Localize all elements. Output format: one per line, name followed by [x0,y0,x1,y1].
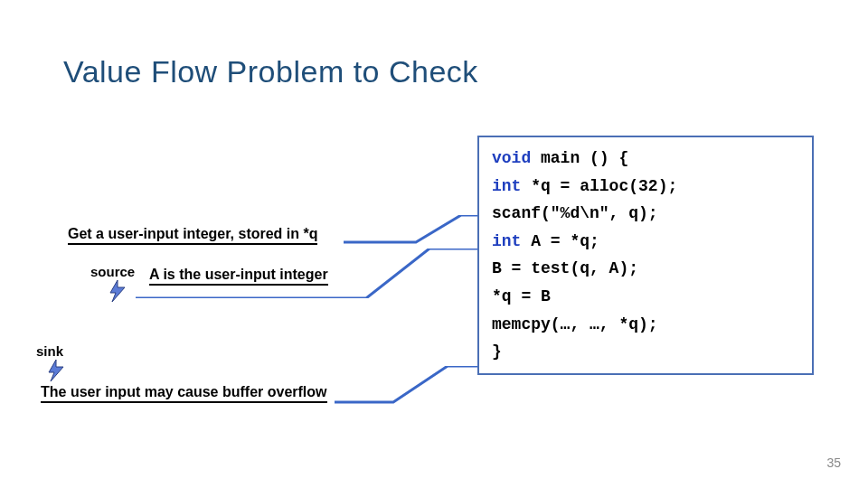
annotation-scanf-text: Get a user-input integer, stored in *q [68,226,317,245]
svg-marker-0 [110,280,125,302]
page-number: 35 [826,455,841,470]
code-line: *q = B [492,283,799,311]
annotation-scanf: Get a user-input integer, stored in *q [68,226,317,245]
code-text: } [492,343,502,361]
lightning-icon [107,280,128,302]
code-text: B = test(q, A); [492,259,638,277]
source-label: source [90,264,135,279]
code-text: scanf("%d\n", q); [492,204,658,222]
code-text: *q = alloc(32); [521,177,677,195]
svg-marker-1 [49,360,63,381]
keyword-int: int [492,232,521,250]
code-text: A = *q; [521,232,599,250]
annotation-a: A is the user-input integer [149,267,328,286]
annotation-memcpy-text: The user input may cause buffer overflow [41,384,327,403]
keyword-void: void [492,149,531,167]
code-line: scanf("%d\n", q); [492,200,799,228]
code-line: memcpy(…, …, *q); [492,311,799,339]
code-line: B = test(q, A); [492,255,799,283]
annotation-memcpy: The user input may cause buffer overflow [41,384,327,403]
code-line: int A = *q; [492,228,799,256]
code-text: *q = B [492,287,551,305]
annotation-a-text: A is the user-input integer [149,267,328,286]
slide-title: Value Flow Problem to Check [63,54,478,89]
code-line: } [492,338,799,366]
sink-label: sink [36,343,63,359]
code-block: void main () { int *q = alloc(32); scanf… [477,136,814,375]
keyword-int: int [492,177,521,195]
lightning-icon [45,360,67,381]
code-text: memcpy(…, …, *q); [492,315,658,333]
code-text: main () { [531,149,628,167]
code-line: int *q = alloc(32); [492,173,799,201]
code-line: void main () { [492,145,799,173]
